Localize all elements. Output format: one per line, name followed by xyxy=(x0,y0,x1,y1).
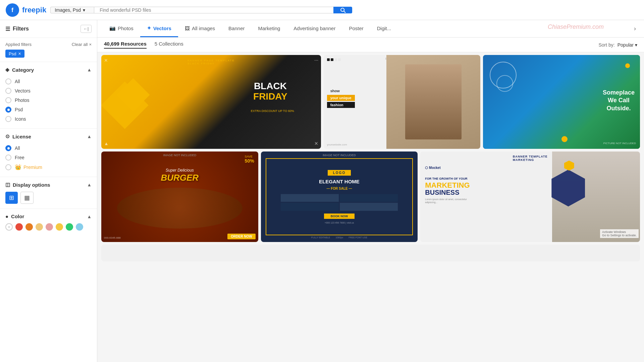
brand-name: ⬡ Mocket xyxy=(425,166,440,170)
display-options-row: ⊞ ▦ xyxy=(5,192,92,204)
content-area: 📷 Photos ✦ Vectors 🖼 All images Banner M… xyxy=(97,20,644,362)
category-option-icons[interactable]: Icons xyxy=(5,114,92,124)
results-tabs: 40,699 Resources 5 Collections xyxy=(104,41,183,49)
card-fashion[interactable]: IMAGE NOT INCLUDED xyxy=(324,55,481,149)
filters-label: ☰ Filters xyxy=(5,26,29,32)
license-option-free[interactable]: Free xyxy=(5,153,92,162)
close-icon-tl[interactable]: ✕ xyxy=(104,58,108,63)
category-option-psd[interactable]: Psd xyxy=(5,105,92,114)
collections-tab[interactable]: 5 Collections xyxy=(155,41,183,49)
category-option-all[interactable]: All xyxy=(5,77,92,86)
color-dots: × xyxy=(5,223,92,231)
license-label-free: Free xyxy=(15,155,24,160)
radio-psd xyxy=(5,107,11,113)
license-section-header[interactable]: ⊙ License ▲ xyxy=(5,133,92,139)
card-black-friday[interactable]: ✕ ⋅⋅⋅ ▲ ✕ BANNER PAGE TEMPLATEBLACK FRID… xyxy=(101,55,321,149)
premium-crown-icon: 👑 xyxy=(15,164,21,170)
radio-icons xyxy=(5,116,11,122)
color-green[interactable] xyxy=(66,223,73,231)
sidebar: ☰ Filters ←| Applied filters Clear all ×… xyxy=(0,20,97,362)
color-pink[interactable] xyxy=(46,223,53,231)
color-light-blue[interactable] xyxy=(76,223,83,231)
tab-photos[interactable]: 📷 Photos xyxy=(103,20,140,37)
category-option-photos[interactable]: Photos xyxy=(5,96,92,105)
close-icon-br[interactable]: ✕ xyxy=(314,141,318,146)
tab-poster[interactable]: Poster xyxy=(342,20,370,37)
license-chevron-icon: ▲ xyxy=(87,134,92,139)
logo-text: freepik xyxy=(22,6,46,14)
main-layout: ☰ Filters ←| Applied filters Clear all ×… xyxy=(0,20,644,362)
resources-tab[interactable]: 40,699 Resources xyxy=(104,41,147,49)
home-border-box: LOGO ELEGANT HOME— FOR SALE — BOOK NOW +… xyxy=(266,158,413,235)
logo[interactable]: f freepik xyxy=(5,3,46,17)
home-features: FULLY EDITABLE1080pxFREE FONT USE xyxy=(311,236,367,239)
close-icon: × xyxy=(89,42,92,47)
license-label-premium: 👑 Premium xyxy=(15,164,42,170)
grid-large-button[interactable]: ⊞ xyxy=(5,192,18,204)
display-options-section: ◫ Display options ▲ ⊞ ▦ xyxy=(0,177,97,209)
image-not-included-burger: IMAGE NOT INCLUDED xyxy=(163,154,196,157)
color-chevron-icon: ▲ xyxy=(87,214,92,219)
card-someplace[interactable]: SomeplaceWe CallOutside. PICTURE NOT INC… xyxy=(483,55,640,149)
svg-text:f: f xyxy=(11,7,14,13)
burger-shadow xyxy=(117,188,243,229)
color-yellow[interactable] xyxy=(56,223,63,231)
tab-poster-label: Poster xyxy=(349,25,363,31)
partial-card-row3[interactable] xyxy=(101,245,640,261)
card-burger[interactable]: IMAGE NOT INCLUDED Super Delicious BURGE… xyxy=(101,152,258,242)
color-clear-button[interactable]: × xyxy=(5,223,13,231)
order-now-btn: ORDER NOW xyxy=(227,234,255,239)
tab-bar: 📷 Photos ✦ Vectors 🖼 All images Banner M… xyxy=(97,20,644,38)
color-icon: ● xyxy=(5,214,8,219)
tab-advertising-label: Advertising banner xyxy=(293,25,335,31)
sort-value: Popular xyxy=(618,42,634,48)
remove-filter-icon[interactable]: × xyxy=(18,51,21,56)
category-section-header[interactable]: ◈ Category ▲ xyxy=(5,67,92,73)
activate-windows-text: Activate WindowsGo to Settings to activa… xyxy=(600,229,639,238)
card-elegant-home[interactable]: IMAGE NOT INCLUDED LOGO ELEGANT HOME— FO… xyxy=(261,152,418,242)
bf-discount-text: EXTRA DISCOUNT UP TO 60% xyxy=(251,109,294,113)
color-orange[interactable] xyxy=(25,223,33,231)
search-button[interactable] xyxy=(333,7,352,13)
applied-filters-title: Applied filters xyxy=(5,42,32,47)
category-option-vectors[interactable]: Vectors xyxy=(5,86,92,96)
radio-photos xyxy=(5,97,11,103)
tab-next-button[interactable]: › xyxy=(631,24,639,34)
color-red[interactable] xyxy=(15,223,23,231)
collapse-filters-button[interactable]: ←| xyxy=(80,25,92,33)
grid-small-button[interactable]: ▦ xyxy=(20,192,34,204)
clear-all-button[interactable]: Clear all × xyxy=(72,42,92,47)
license-option-all[interactable]: All xyxy=(5,143,92,153)
sort-label: Sort by: xyxy=(598,42,614,48)
color-title: ● Color xyxy=(5,214,24,219)
color-section-header[interactable]: ● Color ▲ xyxy=(5,214,92,219)
tab-advertising-banner[interactable]: Advertising banner xyxy=(287,20,342,37)
category-label-vectors: Vectors xyxy=(15,88,31,94)
tab-banner-label: Banner xyxy=(228,25,245,31)
tab-marketing[interactable]: Marketing xyxy=(251,20,287,37)
chevron-down-icon: ▾ xyxy=(83,7,85,13)
license-option-premium[interactable]: 👑 Premium xyxy=(5,162,92,172)
display-options-header[interactable]: ◫ Display options ▲ xyxy=(5,182,92,188)
search-input[interactable] xyxy=(94,7,333,13)
color-yellow-light[interactable] xyxy=(36,223,43,231)
sort-select-button[interactable]: Popular ▾ xyxy=(618,42,637,48)
display-icon: ◫ xyxy=(5,182,10,188)
card-marketing[interactable]: BANNER TEMPLATEMARKETING FOR THE GROWTH … xyxy=(420,152,640,242)
search-type-label: Images, Psd xyxy=(55,7,81,13)
tab-all-images[interactable]: 🖼 All images xyxy=(178,20,222,37)
tab-digital[interactable]: Digit... xyxy=(370,20,398,37)
tab-all-images-label: All images xyxy=(192,25,215,31)
photos-icon: 📷 xyxy=(109,25,116,31)
license-title: ⊙ License xyxy=(5,133,31,139)
filter-icon: ☰ xyxy=(5,26,10,32)
radio-license-all xyxy=(5,145,11,151)
search-type-dropdown[interactable]: Images, Psd ▾ xyxy=(50,7,94,13)
tab-banner[interactable]: Banner xyxy=(222,20,251,37)
tab-vectors[interactable]: ✦ Vectors xyxy=(140,20,178,37)
search-icon xyxy=(339,7,346,13)
search-container: Images, Psd ▾ xyxy=(50,7,352,13)
fashion-text-boxes: show your unique fashion xyxy=(327,88,355,108)
tab-photos-label: Photos xyxy=(118,25,133,31)
filter-tag-psd[interactable]: Psd × xyxy=(5,50,24,58)
